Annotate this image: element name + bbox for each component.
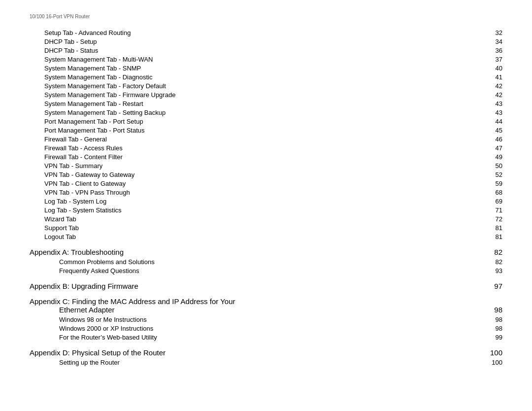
- toc-label: VPN Tab - Gateway to Gateway: [44, 171, 483, 178]
- appendix-child-page: 93: [483, 267, 502, 274]
- appendix-child-page: 99: [483, 334, 502, 341]
- appendix-heading: Appendix A: Troubleshooting 82: [30, 248, 502, 256]
- toc-entry: Setup Tab - Advanced Routing 32: [30, 28, 502, 37]
- appendix-multiline-page: 98: [483, 306, 502, 314]
- appendix-heading-text: Appendix D: Physical Setup of the Router: [30, 348, 483, 357]
- toc-entry: DHCP Tab - Status 36: [30, 46, 502, 55]
- toc-page: 43: [483, 109, 502, 116]
- toc-page: 72: [483, 215, 502, 223]
- appendix-child-page: 82: [483, 258, 502, 266]
- toc-page: 41: [483, 73, 502, 81]
- toc-entry: DHCP Tab - Setup 34: [30, 37, 502, 46]
- toc-page: 81: [483, 224, 502, 232]
- appendix-child-entry: Setting up the Router 100: [30, 358, 502, 367]
- toc-label: VPN Tab - Client to Gateway: [44, 180, 483, 187]
- appendix-child-entry: Common Problems and Solutions 82: [30, 257, 502, 266]
- toc-label: VPN Tab - Summary: [44, 162, 483, 170]
- toc-label: DHCP Tab - Status: [44, 47, 483, 54]
- toc-entry: Port Management Tab - Port Setup 44: [30, 117, 502, 126]
- toc-label: VPN Tab - VPN Pass Through: [44, 189, 483, 196]
- appendix-child-entry: Windows 2000 or XP Instructions 98: [30, 324, 502, 333]
- toc-page: 46: [483, 136, 502, 143]
- toc-page: 32: [483, 29, 502, 36]
- appendix-child-label: Windows 98 or Me Instructions: [59, 316, 483, 323]
- toc-page: 42: [483, 91, 502, 99]
- toc-page: 34: [483, 38, 502, 45]
- toc-entry: System Management Tab - Factory Default …: [30, 81, 502, 90]
- toc-page: 50: [483, 162, 502, 170]
- toc-entry: System Management Tab - Setting Backup 4…: [30, 108, 502, 117]
- toc-label: Firewall Tab - Content Filter: [44, 153, 483, 161]
- toc-page: 69: [483, 198, 502, 205]
- toc-page: 49: [483, 153, 502, 161]
- toc-page: 71: [483, 206, 502, 214]
- toc-entry: System Management Tab - Multi-WAN 37: [30, 55, 502, 64]
- appendix-child-label: Common Problems and Solutions: [59, 258, 483, 266]
- toc-entry: Firewall Tab - Access Rules 47: [30, 143, 502, 152]
- appendix-heading-page: 97: [483, 282, 502, 290]
- appendix-heading-text: Appendix A: Troubleshooting: [30, 248, 483, 256]
- toc-label: Firewall Tab - General: [44, 136, 483, 143]
- appendix-heading: Appendix B: Upgrading Firmware 97: [30, 282, 502, 290]
- toc-entry: Log Tab - System Statistics 71: [30, 206, 502, 214]
- toc-label: Support Tab: [44, 224, 483, 232]
- appendix-multiline-line2: Ethernet Adapter: [30, 306, 483, 314]
- appendix-child-label: Setting up the Router: [59, 359, 483, 366]
- toc-label: Setup Tab - Advanced Routing: [44, 29, 483, 36]
- toc-page: 47: [483, 144, 502, 152]
- toc-label: Firewall Tab - Access Rules: [44, 144, 483, 152]
- toc-entries: Setup Tab - Advanced Routing 32 DHCP Tab…: [30, 28, 502, 241]
- toc-label: Logout Tab: [44, 233, 483, 240]
- toc-entry: System Management Tab - Firmware Upgrade…: [30, 90, 502, 99]
- toc-entry: Firewall Tab - Content Filter 49: [30, 152, 502, 161]
- toc-entry: Logout Tab 81: [30, 232, 502, 241]
- toc-page: 36: [483, 47, 502, 54]
- toc-page: 42: [483, 82, 502, 90]
- toc-label: Log Tab - System Statistics: [44, 206, 483, 214]
- appendix-heading: Appendix D: Physical Setup of the Router…: [30, 348, 502, 357]
- toc-entry: VPN Tab - VPN Pass Through 68: [30, 188, 502, 197]
- toc-label: System Management Tab - Firmware Upgrade: [44, 91, 483, 99]
- toc-page: 44: [483, 118, 502, 125]
- appendix-child-page: 98: [483, 325, 502, 332]
- toc-entry: Support Tab 81: [30, 223, 502, 232]
- page-header: 10/100 16-Port VPN Router: [30, 10, 502, 19]
- appendix-multiline-line1: Appendix C: Finding the MAC Address and …: [30, 297, 502, 306]
- toc-label: DHCP Tab - Setup: [44, 38, 483, 45]
- header-title: 10/100 16-Port VPN Router: [30, 14, 90, 19]
- toc-entry: VPN Tab - Summary 50: [30, 161, 502, 170]
- appendix-child-entry: Frequently Asked Questions 93: [30, 266, 502, 275]
- appendix-heading-page: 82: [483, 248, 502, 256]
- toc-label: System Management Tab - Multi-WAN: [44, 56, 483, 63]
- toc-page: 40: [483, 65, 502, 72]
- toc-entry: Firewall Tab - General 46: [30, 135, 502, 143]
- toc-label: System Management Tab - Restart: [44, 100, 483, 107]
- appendix-multiline-heading: Appendix C: Finding the MAC Address and …: [30, 297, 502, 314]
- toc-label: Port Management Tab - Port Status: [44, 127, 483, 134]
- toc-entry: Log Tab - System Log 69: [30, 197, 502, 206]
- appendix-child-page: 100: [483, 359, 502, 366]
- appendix-child-label: For the Router’s Web-based Utility: [59, 334, 483, 341]
- toc-page: 59: [483, 180, 502, 187]
- toc-page: 37: [483, 56, 502, 63]
- toc-entry: System Management Tab - Diagnostic 41: [30, 72, 502, 81]
- appendices-section: Appendix A: Troubleshooting 82 Common Pr…: [30, 248, 502, 367]
- toc-entry: System Management Tab - Restart 43: [30, 99, 502, 108]
- toc-label: System Management Tab - Factory Default: [44, 82, 483, 90]
- appendix-child-label: Frequently Asked Questions: [59, 267, 483, 274]
- toc-entry: Wizard Tab 72: [30, 214, 502, 223]
- toc-page: 43: [483, 100, 502, 107]
- appendix-heading-page: 100: [483, 348, 502, 357]
- toc-label: System Management Tab - Diagnostic: [44, 73, 483, 81]
- toc-entry: Port Management Tab - Port Status 45: [30, 126, 502, 135]
- toc-entry: VPN Tab - Client to Gateway 59: [30, 179, 502, 188]
- toc-entry: System Management Tab - SNMP 40: [30, 64, 502, 72]
- appendix-child-page: 98: [483, 316, 502, 323]
- appendix-child-entry: For the Router’s Web-based Utility 99: [30, 333, 502, 342]
- toc-label: Wizard Tab: [44, 215, 483, 223]
- toc-page: 52: [483, 171, 502, 178]
- appendix-child-label: Windows 2000 or XP Instructions: [59, 325, 483, 332]
- toc-page: 68: [483, 189, 502, 196]
- toc-page: 45: [483, 127, 502, 134]
- toc-label: System Management Tab - Setting Backup: [44, 109, 483, 116]
